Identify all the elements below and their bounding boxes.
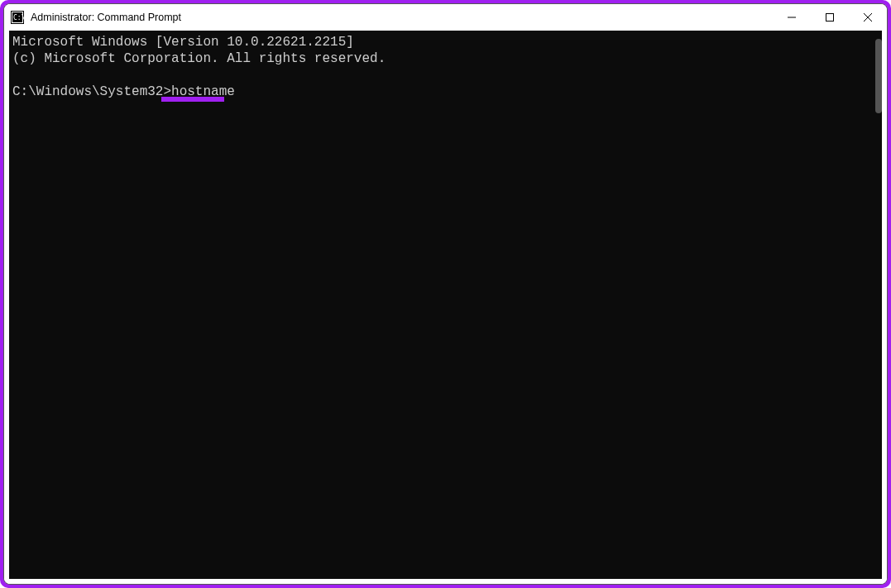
cmd-icon: C:\: [11, 11, 24, 24]
minimize-button[interactable]: [773, 4, 811, 31]
close-button[interactable]: [849, 4, 887, 31]
annotation-frame: C:\ Administrator: Command Prompt: [0, 0, 891, 588]
maximize-button[interactable]: [811, 4, 849, 31]
scrollbar-thumb[interactable]: [875, 39, 882, 113]
terminal-line-version: Microsoft Windows [Version 10.0.22621.22…: [12, 35, 354, 50]
command-prompt-window: C:\ Administrator: Command Prompt: [3, 3, 888, 585]
titlebar[interactable]: C:\ Administrator: Command Prompt: [4, 4, 887, 31]
terminal-line-copyright: (c) Microsoft Corporation. All rights re…: [12, 51, 386, 66]
terminal-prompt: C:\Windows\System32>: [12, 84, 171, 99]
terminal-client-area: Microsoft Windows [Version 10.0.22621.22…: [4, 31, 887, 584]
terminal[interactable]: Microsoft Windows [Version 10.0.22621.22…: [9, 31, 882, 579]
svg-text:C:\: C:\: [13, 14, 24, 22]
svg-rect-5: [826, 14, 834, 22]
window-controls: [773, 4, 887, 31]
highlight-underline: [161, 97, 224, 102]
window-title: Administrator: Command Prompt: [31, 12, 181, 23]
